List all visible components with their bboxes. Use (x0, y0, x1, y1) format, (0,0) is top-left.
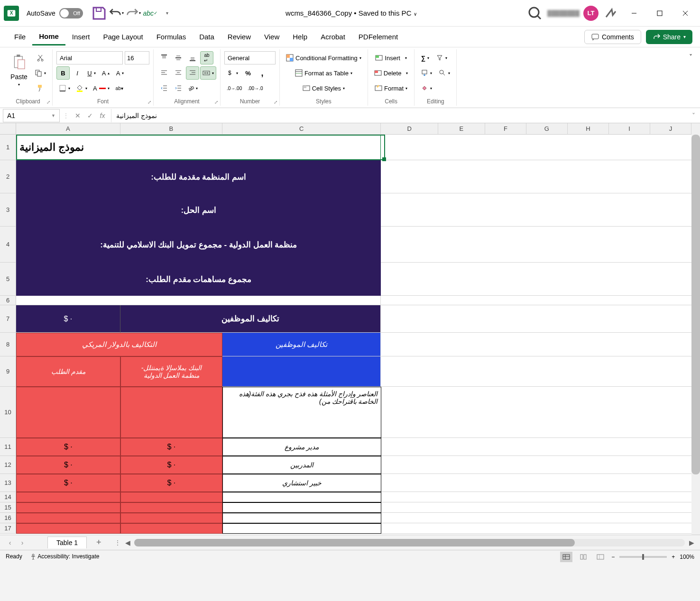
cell[interactable]: البنك يملاسإلا ةيمنتلل- منظمة العمل الدو… (120, 356, 223, 387)
col-header-C[interactable]: C (222, 123, 381, 135)
number-launcher[interactable]: ⤢ (274, 100, 277, 105)
col-header-A[interactable]: A (16, 123, 120, 135)
autosave-toggle[interactable]: Off (59, 8, 83, 18)
format-as-table-button[interactable]: Format as Table▾ (284, 66, 364, 80)
cell[interactable] (381, 305, 691, 333)
cell[interactable]: نموذج الميزانية (16, 135, 381, 160)
format-painter-button[interactable] (32, 82, 48, 95)
sheet-tab-menu[interactable]: ⋮ (114, 539, 121, 546)
cell[interactable] (222, 492, 381, 502)
formula-input[interactable]: نموذج الميزانية (111, 109, 687, 122)
autosave-control[interactable]: AutoSave Off (27, 8, 83, 18)
share-button[interactable]: Share ▾ (646, 30, 692, 44)
cell[interactable] (381, 513, 692, 523)
cell[interactable] (381, 333, 691, 356)
col-header-B[interactable]: B (120, 123, 223, 135)
decrease-font-button[interactable]: A▾ (113, 66, 127, 80)
clipboard-launcher[interactable]: ⤢ (46, 100, 50, 105)
cell[interactable]: $ · (120, 474, 223, 492)
tab-acrobat[interactable]: Acrobat (314, 29, 352, 45)
cell[interactable]: $ · (16, 474, 120, 492)
zoom-level[interactable]: 100% (680, 554, 694, 560)
cell[interactable] (381, 456, 692, 474)
conditional-formatting-button[interactable]: Conditional Formatting▾ (284, 51, 364, 64)
tab-review[interactable]: Review (221, 29, 258, 45)
cell[interactable] (222, 523, 381, 534)
number-format-select[interactable] (224, 51, 276, 64)
row-header-9[interactable]: 9 (0, 356, 16, 387)
add-sheet-button[interactable]: + (92, 537, 105, 549)
cell[interactable] (120, 513, 223, 523)
cell[interactable]: المدربين (222, 456, 381, 474)
tab-help[interactable]: Help (286, 29, 314, 45)
normal-view-button[interactable] (560, 552, 572, 562)
cell[interactable] (381, 438, 692, 456)
select-all-corner[interactable] (0, 123, 16, 135)
row-header-10[interactable]: 10 (0, 387, 16, 438)
cell[interactable]: العناصر وإدراج الأمثلة هذه فذح بجري هذه … (222, 387, 381, 438)
insert-cells-button[interactable]: Insert ▾ (372, 51, 411, 64)
spellcheck-button[interactable]: abc✓ (143, 6, 158, 21)
italic-button[interactable]: I (71, 66, 84, 80)
page-break-view-button[interactable] (594, 552, 607, 562)
collapse-ribbon-button[interactable]: ˅ (685, 49, 696, 64)
row-header-8[interactable]: 8 (0, 333, 16, 356)
font-name-select[interactable] (56, 51, 123, 64)
borders-button[interactable]: ▾ (56, 82, 73, 95)
qat-customize[interactable]: ▾ (160, 6, 175, 21)
cell[interactable] (381, 135, 691, 160)
hscroll-right[interactable]: ▶ (687, 538, 696, 547)
cell[interactable] (16, 296, 381, 305)
undo-button[interactable]: ▾ (109, 6, 124, 21)
enter-formula-button[interactable]: ✓ (84, 109, 96, 122)
zoom-in-button[interactable]: + (672, 554, 675, 560)
tab-home[interactable]: Home (32, 28, 65, 46)
row-header-12[interactable]: 12 (0, 456, 16, 474)
document-title[interactable]: wcms_846366_Copy • Saved to this PC ∨ (176, 9, 526, 17)
row-header-7[interactable]: 7 (0, 305, 16, 333)
coming-soon-button[interactable] (603, 6, 618, 21)
cell[interactable]: تكاليف الموظفين (120, 305, 381, 333)
cell[interactable]: $ · (120, 456, 223, 474)
cell[interactable] (16, 492, 120, 502)
sheet-grid[interactable]: ABCDEFGHIJ نموذج الميزانيةاسم المنظمة مق… (16, 123, 691, 535)
decrease-indent-button[interactable] (157, 82, 171, 95)
align-center-button[interactable] (172, 66, 185, 80)
cell[interactable] (381, 523, 692, 534)
orientation-button[interactable]: ab▾ (186, 82, 200, 95)
minimize-button[interactable] (623, 6, 645, 21)
cell[interactable]: مقدم الطلب (16, 356, 120, 387)
align-top-button[interactable] (157, 51, 171, 64)
accounting-format-button[interactable]: $▾ (224, 66, 240, 80)
fill-button[interactable]: ▾ (418, 66, 434, 80)
cell[interactable] (120, 502, 223, 513)
cell[interactable]: مجموع مساهمات مقدم الطلب: (16, 263, 381, 296)
align-bottom-button[interactable] (186, 51, 199, 64)
row-header-16[interactable]: 16 (0, 513, 16, 523)
tab-file[interactable]: File (8, 29, 32, 45)
alignment-launcher[interactable]: ⤢ (214, 100, 218, 105)
cell[interactable]: اسم المنظمة مقدمة للطلب: (16, 160, 381, 193)
comments-button[interactable]: Comments (584, 30, 641, 44)
paste-button[interactable]: Paste ▾ (8, 51, 30, 89)
row-header-3[interactable]: 3 (0, 193, 16, 227)
col-header-F[interactable]: F (485, 123, 526, 135)
cell[interactable] (16, 513, 120, 523)
autosum-button[interactable]: ∑▾ (418, 51, 432, 64)
col-header-J[interactable]: J (650, 123, 691, 135)
cell[interactable] (381, 356, 691, 387)
cell[interactable] (16, 387, 120, 438)
row-header-5[interactable]: 5 (0, 263, 16, 296)
cell[interactable] (381, 160, 691, 193)
vertical-scrollbar[interactable] (691, 123, 700, 535)
cell[interactable]: خبير استشاري (222, 474, 381, 492)
font-launcher[interactable]: ⤢ (147, 100, 151, 105)
cell[interactable] (120, 492, 223, 502)
wrap-text-button[interactable]: ab↵ (200, 51, 213, 64)
row-header-11[interactable]: 11 (0, 438, 16, 456)
cell[interactable] (381, 502, 692, 513)
cell[interactable] (120, 387, 223, 438)
clear-button[interactable]: ▾ (418, 82, 434, 95)
cell[interactable] (381, 227, 691, 263)
hscroll-left[interactable]: ◀ (123, 538, 132, 547)
